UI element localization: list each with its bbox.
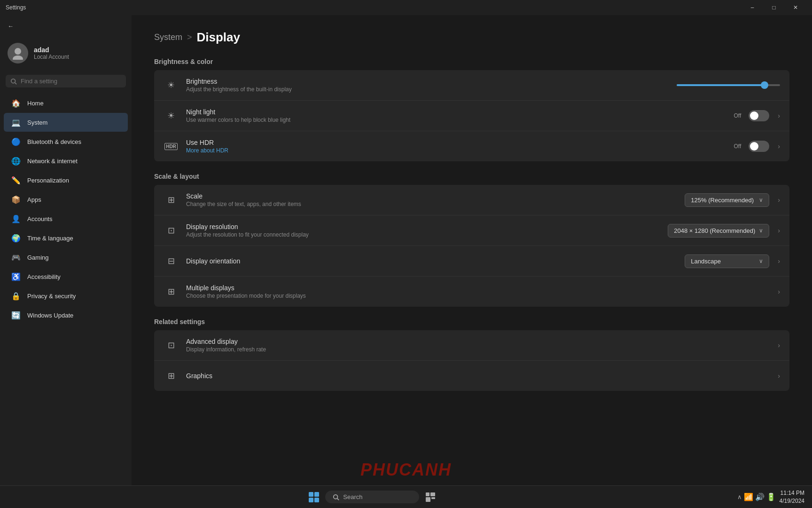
taskbar-search-label: Search [343, 493, 362, 500]
minimize-button[interactable]: – [742, 0, 763, 15]
dropdown-value-resolution: 2048 × 1280 (Recommended) [674, 227, 755, 234]
setting-desc-brightness: Adjust the brightness of the built-in di… [186, 86, 669, 93]
sidebar: ← adad Local Account 🏠 [0, 15, 132, 485]
section-title-scale-layout: Scale & layout [154, 173, 789, 180]
sidebar-item-time[interactable]: 🌍 Time & language [4, 229, 128, 247]
sidebar-item-accounts[interactable]: 👤 Accounts [4, 209, 128, 228]
setting-row-graphics[interactable]: ⊞ Graphics › [154, 361, 789, 391]
clock-time: 11:14 PM [780, 489, 804, 497]
nav-icon-accounts: 👤 [11, 214, 21, 223]
setting-control-graphics: › [774, 372, 780, 380]
setting-text-scale: Scale Change the size of text, apps, and… [186, 192, 677, 207]
taskbar-taskview[interactable] [421, 488, 440, 507]
clock[interactable]: 11:14 PM 4/19/2024 [780, 489, 804, 505]
toggle-hdr[interactable] [749, 141, 769, 152]
clock-date: 4/19/2024 [780, 497, 804, 505]
setting-name-hdr: Use HDR [186, 139, 726, 146]
chevron-right-night-light: › [778, 112, 780, 119]
dropdown-orientation[interactable]: Landscape ∨ [685, 254, 769, 268]
sidebar-item-privacy[interactable]: 🔒 Privacy & security [4, 286, 128, 305]
svg-rect-10 [426, 492, 429, 496]
search-icon [10, 78, 17, 85]
setting-icon-hdr: HDR [164, 139, 179, 154]
search-input[interactable] [21, 78, 121, 85]
nav-label-network: Network & internet [27, 158, 78, 165]
setting-name-orientation: Display orientation [186, 257, 677, 265]
nav-label-privacy: Privacy & security [27, 293, 76, 300]
sidebar-item-system[interactable]: 💻 System [4, 113, 128, 132]
settings-search-box[interactable] [6, 75, 126, 87]
hdr-link[interactable]: More about HDR [186, 147, 228, 154]
setting-row-night-light[interactable]: ☀ Night light Use warmer colors to help … [154, 101, 789, 131]
setting-row-brightness[interactable]: ☀ Brightness Adjust the brightness of th… [154, 70, 789, 101]
start-button[interactable] [304, 488, 323, 507]
titlebar: Settings – □ ✕ [0, 0, 812, 15]
dropdown-resolution[interactable]: 2048 × 1280 (Recommended) ∨ [668, 224, 769, 238]
nav-label-update: Windows Update [27, 312, 73, 319]
sidebar-item-personalization[interactable]: ✏️ Personalization [4, 171, 128, 190]
nav-label-home: Home [27, 100, 44, 107]
card-brightness-color: ☀ Brightness Adjust the brightness of th… [154, 70, 789, 161]
taskbar-search[interactable]: Search [325, 491, 419, 503]
nav-label-accounts: Accounts [27, 215, 52, 222]
slider-track[interactable] [677, 84, 780, 86]
svg-point-0 [15, 48, 21, 55]
system-tray-icons: ∧ 📶 🔊 🔋 [737, 492, 776, 501]
setting-desc-hdr: More about HDR [186, 147, 726, 154]
nav-label-time: Time & language [27, 235, 73, 242]
svg-rect-13 [431, 497, 435, 499]
user-info: adad Local Account [34, 46, 69, 60]
brightness-slider[interactable] [677, 84, 780, 86]
maximize-button[interactable]: □ [763, 0, 785, 15]
setting-icon-graphics: ⊞ [164, 368, 179, 383]
setting-text-hdr: Use HDR More about HDR [186, 139, 726, 154]
sidebar-item-bluetooth[interactable]: 🔵 Bluetooth & devices [4, 132, 128, 151]
setting-row-hdr[interactable]: HDR Use HDR More about HDR Off › [154, 131, 789, 161]
setting-control-hdr: Off › [734, 141, 780, 152]
toggle-night-light[interactable] [749, 110, 769, 121]
setting-row-scale[interactable]: ⊞ Scale Change the size of text, apps, a… [154, 185, 789, 215]
nav-icon-time: 🌍 [11, 233, 21, 243]
setting-control-multiple-displays: › [774, 288, 780, 295]
sidebar-item-network[interactable]: 🌐 Network & internet [4, 151, 128, 170]
nav-label-system: System [27, 119, 47, 126]
back-button[interactable]: ← [0, 19, 132, 33]
wifi-icon: 📶 [744, 492, 753, 501]
volume-icon: 🔊 [755, 492, 765, 501]
setting-row-multiple-displays[interactable]: ⊞ Multiple displays Choose the presentat… [154, 277, 789, 307]
sidebar-item-gaming[interactable]: 🎮 Gaming [4, 248, 128, 267]
setting-icon-orientation: ⊟ [164, 254, 179, 269]
setting-row-advanced-display[interactable]: ⊡ Advanced display Display information, … [154, 330, 789, 361]
battery-icon: 🔋 [766, 492, 776, 501]
breadcrumb-separator: > [187, 32, 192, 42]
svg-point-8 [334, 494, 338, 499]
breadcrumb-parent[interactable]: System [154, 32, 182, 42]
sidebar-item-home[interactable]: 🏠 Home [4, 94, 128, 112]
breadcrumb: System > Display [154, 30, 789, 45]
setting-name-resolution: Display resolution [186, 223, 660, 230]
close-button[interactable]: ✕ [785, 0, 806, 15]
setting-icon-resolution: ⊡ [164, 223, 179, 238]
section-brightness-color: Brightness & color ☀ Brightness Adjust t… [154, 58, 789, 161]
dropdown-scale[interactable]: 125% (Recommended) ∨ [685, 193, 769, 207]
nav-label-gaming: Gaming [27, 254, 49, 261]
setting-control-brightness [677, 84, 780, 86]
svg-rect-5 [314, 492, 319, 497]
setting-row-orientation[interactable]: ⊟ Display orientation Landscape ∨ › [154, 246, 789, 277]
setting-row-resolution[interactable]: ⊡ Display resolution Adjust the resoluti… [154, 215, 789, 246]
setting-name-brightness: Brightness [186, 78, 669, 85]
setting-desc-multiple-displays: Choose the presentation mode for your di… [186, 293, 766, 299]
user-type: Local Account [34, 54, 69, 60]
sidebar-item-accessibility[interactable]: ♿ Accessibility [4, 267, 128, 286]
setting-name-night-light: Night light [186, 108, 726, 116]
nav-icon-privacy: 🔒 [11, 291, 21, 301]
card-scale-layout: ⊞ Scale Change the size of text, apps, a… [154, 185, 789, 307]
chevron-right-graphics: › [778, 372, 780, 380]
section-related-settings: Related settings ⊡ Advanced display Disp… [154, 318, 789, 391]
nav-icon-system: 💻 [11, 118, 21, 127]
setting-control-orientation: Landscape ∨ › [685, 254, 780, 268]
sidebar-item-apps[interactable]: 📦 Apps [4, 190, 128, 209]
sidebar-item-update[interactable]: 🔄 Windows Update [4, 306, 128, 325]
user-profile: adad Local Account [0, 37, 132, 69]
card-related-settings: ⊡ Advanced display Display information, … [154, 330, 789, 391]
